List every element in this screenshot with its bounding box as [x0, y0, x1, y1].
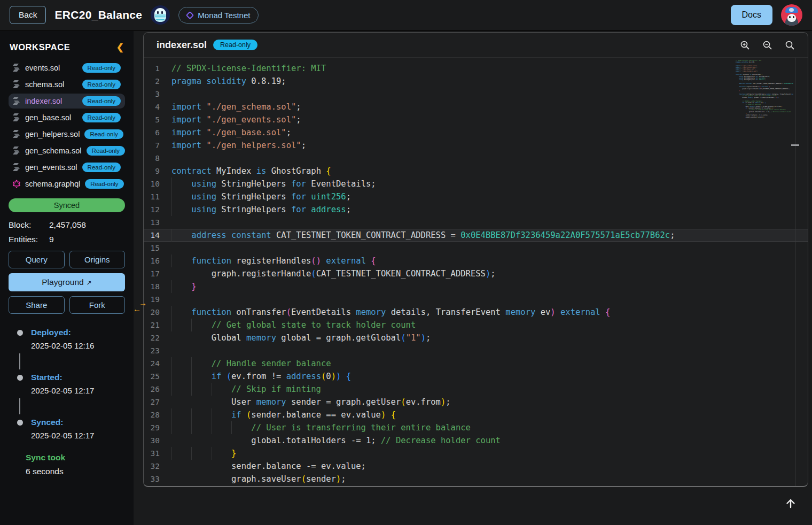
- timeline-time: 2025-02-05 12:17: [31, 431, 125, 440]
- file-item[interactable]: gen_events.solRead-only: [9, 160, 125, 175]
- code-token: (: [301, 473, 306, 485]
- sync-took-label: Sync took: [26, 453, 125, 462]
- network-label: Monad Testnet: [198, 11, 250, 20]
- code-token: function: [191, 306, 236, 319]
- code-token: address: [759, 79, 765, 81]
- code-token: uint256: [311, 190, 346, 203]
- code-token: User: [171, 396, 256, 408]
- line-number: 8: [144, 152, 171, 165]
- line-number: 3: [144, 88, 171, 101]
- code-token: (: [286, 306, 291, 319]
- fork-button[interactable]: Fork: [69, 296, 126, 314]
- indent-guide: [212, 408, 231, 421]
- code-token: is: [256, 165, 271, 177]
- code-line: 11 using StringHelpers for uint256;: [144, 190, 808, 203]
- indent-guide: [191, 408, 211, 421]
- code-line: 10 using StringHelpers for EventDetails;: [144, 177, 808, 190]
- line-number: 25: [144, 370, 171, 383]
- sync-took-value: 6 seconds: [26, 467, 125, 476]
- origins-button[interactable]: Origins: [69, 251, 126, 268]
- panel-resize-handle[interactable]: → ←: [134, 300, 147, 312]
- code-area[interactable]: 1// SPDX-License-Identifier: MIT2pragma …: [144, 58, 808, 486]
- code-token: registerHandles: [236, 254, 311, 267]
- code-token: global.totalHolders -= 1;: [171, 434, 381, 447]
- code-token: ): [336, 370, 341, 383]
- minimap[interactable]: // SPDX-License-Identifier: MITpragma so…: [736, 60, 793, 118]
- code-token: external: [326, 254, 371, 267]
- scroll-to-top-icon[interactable]: [784, 497, 797, 509]
- code-token: for: [291, 190, 311, 203]
- network-badge[interactable]: Monad Testnet: [178, 7, 259, 24]
- code-token: (: [321, 370, 326, 383]
- file-item[interactable]: gen_base.solRead-only: [9, 110, 125, 125]
- line-number: 11: [144, 190, 171, 203]
- code-line: 6import "./gen_base.sol";: [144, 126, 808, 139]
- line-number: 32: [144, 460, 171, 473]
- line-number: 33: [144, 473, 171, 485]
- solidity-icon: [13, 113, 20, 122]
- scrollbar-track[interactable]: [795, 58, 795, 486]
- back-button[interactable]: Back: [10, 6, 46, 24]
- indent-guide: [212, 383, 231, 396]
- file-name: schema.graphql: [25, 180, 80, 188]
- content-footer: [134, 487, 812, 522]
- file-item[interactable]: indexer.solRead-only: [9, 94, 125, 109]
- indent-guide: [171, 408, 191, 421]
- scrollbar-handle[interactable]: [791, 144, 799, 146]
- indent-guide: [171, 319, 191, 331]
- code-token: 0: [326, 370, 331, 383]
- docs-button[interactable]: Docs: [731, 5, 772, 25]
- line-number: 4: [144, 101, 171, 113]
- code-token: {: [326, 165, 331, 177]
- playground-button[interactable]: Playground↗︎: [9, 273, 125, 291]
- file-item[interactable]: gen_schema.solRead-only: [9, 143, 125, 158]
- code-token: ;: [296, 101, 301, 113]
- solidity-icon: [13, 146, 20, 155]
- entities-label: Entities:: [9, 235, 49, 244]
- indent-guide: [212, 421, 231, 434]
- code-token: import: [171, 139, 206, 152]
- zoom-out-icon[interactable]: [762, 40, 772, 50]
- code-token: pragma solidity: [171, 75, 251, 88]
- synced-status-pill: Synced: [9, 198, 125, 212]
- code-token: memory: [356, 306, 391, 319]
- code-token: "./gen_helpers.sol": [741, 71, 758, 72]
- timeline-dot-icon: [17, 375, 23, 381]
- code-token: {: [765, 102, 766, 104]
- code-token: {: [371, 254, 376, 267]
- code-token: CAT_TESTNET_TOKEN_CONTRACT_ADDRESS =: [753, 83, 784, 84]
- file-item[interactable]: schema.graphqlRead-only: [9, 176, 125, 191]
- main-layout: WORKSPACE ❮ events.solRead-onlyschema.so…: [0, 31, 812, 525]
- block-stat: Block: 2,457,058: [9, 220, 125, 230]
- code-token: import: [171, 126, 206, 139]
- file-name: schema.sol: [25, 80, 77, 89]
- collapse-sidebar-icon[interactable]: ❮: [116, 42, 124, 53]
- entities-value: 9: [49, 235, 54, 244]
- zoom-in-icon[interactable]: [740, 40, 750, 50]
- line-number: 16: [144, 254, 171, 267]
- file-item[interactable]: events.solRead-only: [9, 60, 125, 75]
- code-token: "1": [406, 331, 421, 344]
- code-token: memory: [505, 306, 540, 319]
- code-line: 15: [144, 242, 808, 254]
- editor-filename: indexer.sol: [157, 40, 207, 51]
- file-name: gen_schema.sol: [25, 146, 82, 155]
- code-token: "./gen_schema.sol": [206, 101, 296, 113]
- code-token: ;: [346, 203, 351, 216]
- query-button[interactable]: Query: [9, 251, 65, 268]
- code-line: 21 // Get global state to track holder c…: [144, 319, 808, 331]
- indent-guide: [191, 319, 211, 331]
- code-token: ): [421, 331, 426, 344]
- code-line: 7import "./gen_helpers.sol";: [144, 139, 808, 152]
- file-item[interactable]: gen_helpers.solRead-only: [9, 127, 125, 142]
- penguin-cap-icon: [785, 7, 798, 13]
- share-button[interactable]: Share: [9, 296, 65, 314]
- code-line: 2pragma solidity 0.8.19;: [144, 75, 808, 88]
- avatar[interactable]: [781, 4, 802, 26]
- line-number: 2: [144, 75, 171, 88]
- file-item[interactable]: schema.solRead-only: [9, 77, 125, 92]
- sidebar: WORKSPACE ❮ events.solRead-onlyschema.so…: [0, 31, 134, 525]
- search-icon[interactable]: [785, 40, 795, 50]
- code-token: pragma solidity: [736, 61, 749, 63]
- line-number: 10: [144, 177, 171, 190]
